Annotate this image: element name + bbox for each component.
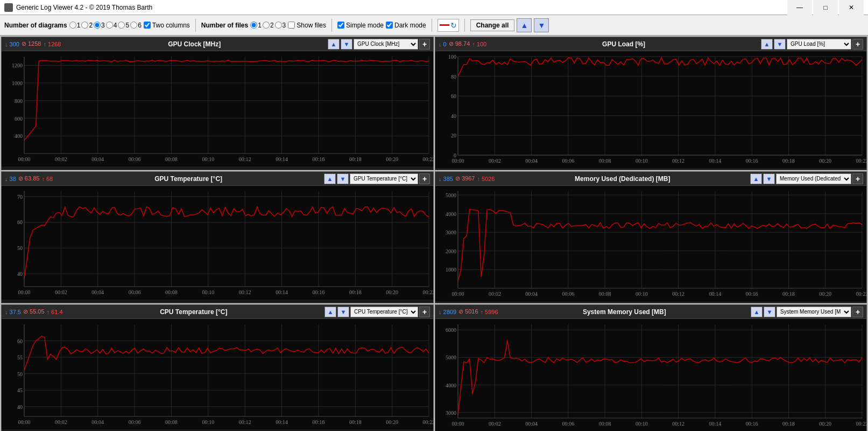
chart-header-cpu-temp: ↓ 37.5 ⊘ 55.05 ↑ 61.4 CPU Temperature [°… [2,305,433,319]
chart-up-btn-gpu-clock[interactable]: ▲ [328,39,340,50]
chart-title-gpu-clock: GPU Clock [MHz] [63,40,326,48]
stat-max-gpu-load: ↑ 100 [472,41,486,47]
chart-header-mem-used: ↓ 385 ⊘ 3967 ↑ 5026 Memory Used (Dedicat… [435,172,866,186]
diagram-1[interactable]: 1 [69,22,81,29]
change-all-button[interactable]: Change all [470,19,515,31]
title-bar: Generic Log Viewer 4.2 - © 2019 Thomas B… [0,0,868,15]
chart-controls-gpu-clock: ▲ ▼ GPU Clock [MHz] + [328,39,430,50]
dark-mode-check[interactable]: Dark mode [386,22,426,29]
arrow-down-button[interactable]: ▼ [534,18,549,32]
chart-up-btn-gpu-load[interactable]: ▲ [761,39,773,50]
two-columns-check[interactable]: Two columns [144,22,190,29]
chart-panel-cpu-temp: ↓ 37.5 ⊘ 55.05 ↑ 61.4 CPU Temperature [°… [1,304,434,431]
file-2[interactable]: 2 [263,22,274,29]
chart-add-btn-gpu-clock[interactable]: + [419,39,430,50]
stat-avg-mem-used: ⊘ 3967 [455,175,475,182]
num-files-label: Number of files [201,22,248,29]
stat-min-sys-mem: ↓ 2809 [439,309,456,315]
chart-add-btn-gpu-load[interactable]: + [852,39,863,50]
chart-up-btn-mem-used[interactable]: ▲ [750,173,762,184]
file-3[interactable]: 3 [275,22,286,29]
show-files-check[interactable]: Show files [288,22,326,29]
chart-title-sys-mem: System Memory Used [MB] [500,308,749,316]
stat-avg-gpu-load: ⊘ 98.74 [449,40,470,47]
chart-body-gpu-clock [2,51,433,170]
chart-select-gpu-clock[interactable]: GPU Clock [MHz] [354,39,418,50]
chart-down-btn-cpu-temp[interactable]: ▼ [337,307,349,317]
chart-select-mem-used[interactable]: Memory Used (Dedicated [776,173,851,184]
title-bar-left: Generic Log Viewer 4.2 - © 2019 Thomas B… [4,3,152,12]
app-title: Generic Log Viewer 4.2 - © 2019 Thomas B… [16,4,152,11]
simple-mode-check[interactable]: Simple mode [337,22,384,29]
file-count-group: 1 2 3 [250,22,286,29]
chart-add-btn-cpu-temp[interactable]: + [419,307,430,317]
chart-up-btn-gpu-temp[interactable]: ▲ [324,173,336,184]
chart-canvas-mem-used [435,186,866,301]
chart-controls-mem-used: ▲ ▼ Memory Used (Dedicated + [750,173,863,184]
chart-select-gpu-load[interactable]: GPU Load [%] [787,39,851,50]
chart-header-gpu-load: ↓ 0 ⊘ 98.74 ↑ 100 GPU Load [%] ▲ ▼ GPU L… [435,37,866,51]
chart-select-sys-mem[interactable]: System Memory Used [M [777,307,851,317]
file-1[interactable]: 1 [250,22,262,29]
chart-down-btn-gpu-temp[interactable]: ▼ [337,173,349,184]
num-diagrams-label: Number of diagrams [4,22,67,29]
diagram-4[interactable]: 4 [106,22,117,29]
chart-select-cpu-temp[interactable]: CPU Temperature [°C] [350,307,418,317]
chart-title-mem-used: Memory Used (Dedicated) [MB] [497,175,748,183]
chart-up-btn-sys-mem[interactable]: ▲ [751,307,763,317]
chart-header-gpu-temp: ↓ 38 ⊘ 63.85 ↑ 68 GPU Temperature [°C] ▲… [2,172,433,186]
minimize-button[interactable]: — [787,0,812,15]
diagram-2[interactable]: 2 [81,22,93,29]
chart-title-gpu-load: GPU Load [%] [489,40,759,48]
sep4 [464,19,465,32]
chart-add-btn-sys-mem[interactable]: + [852,307,863,317]
chart-select-gpu-temp[interactable]: GPU Temperature [°C] [350,173,418,184]
chart-up-btn-cpu-temp[interactable]: ▲ [324,307,336,317]
main-content: ↓ 300 ⊘ 1258 ↑ 1268 GPU Clock [MHz] ▲ ▼ … [0,36,868,431]
stat-max-mem-used: ↑ 5026 [477,176,495,182]
chart-add-btn-gpu-temp[interactable]: + [419,173,430,184]
chart-title-gpu-temp: GPU Temperature [°C] [55,175,322,183]
stat-min-gpu-load: ↓ 0 [439,41,447,47]
chart-body-mem-used [435,186,866,303]
stat-avg-gpu-clock: ⊘ 1258 [22,40,41,47]
stat-min-gpu-temp: ↓ 38 [5,176,16,182]
diagram-3[interactable]: 3 [94,22,105,29]
stat-max-sys-mem: ↑ 5996 [481,309,498,315]
chart-body-gpu-load [435,51,866,170]
stat-min-gpu-clock: ↓ 300 [5,41,19,47]
diagram-5[interactable]: 5 [118,22,129,29]
chart-canvas-gpu-clock [2,51,433,166]
red-line-icon [440,24,449,26]
show-files-label: Show files [297,22,326,29]
chart-title-cpu-temp: CPU Temperature [°C] [65,308,322,316]
chart-body-sys-mem [435,319,866,431]
chart-down-btn-gpu-load[interactable]: ▼ [774,39,786,50]
color-line-preview: ↻ [437,19,459,32]
stat-max-gpu-clock: ↑ 1268 [43,41,61,47]
chart-panel-gpu-clock: ↓ 300 ⊘ 1258 ↑ 1268 GPU Clock [MHz] ▲ ▼ … [1,37,434,170]
sep2 [331,19,332,32]
window-controls: — □ ✕ [787,0,864,15]
chart-controls-cpu-temp: ▲ ▼ CPU Temperature [°C] + [324,307,430,317]
refresh-icon: ↻ [450,21,457,30]
chart-panel-gpu-temp: ↓ 38 ⊘ 63.85 ↑ 68 GPU Temperature [°C] ▲… [1,171,434,303]
app-icon [4,3,13,12]
stat-avg-cpu-temp: ⊘ 55.05 [23,308,45,315]
maximize-button[interactable]: □ [813,0,838,15]
chart-down-btn-mem-used[interactable]: ▼ [763,173,775,184]
chart-add-btn-mem-used[interactable]: + [852,173,863,184]
stat-avg-gpu-temp: ⊘ 63.85 [18,175,40,182]
chart-canvas-gpu-temp [2,186,433,300]
arrow-up-button[interactable]: ▲ [517,18,532,32]
chart-down-btn-sys-mem[interactable]: ▼ [764,307,775,317]
simple-mode-label: Simple mode [346,22,384,29]
toolbar: Number of diagrams 1 2 3 4 5 6 Two colum… [0,15,868,36]
stat-max-cpu-temp: ↑ 61.4 [47,309,63,315]
stat-min-cpu-temp: ↓ 37.5 [5,309,21,315]
close-button[interactable]: ✕ [839,0,864,15]
chart-canvas-cpu-temp [2,319,433,429]
chart-down-btn-gpu-clock[interactable]: ▼ [341,39,352,50]
stat-max-gpu-temp: ↑ 68 [41,176,53,182]
diagram-6[interactable]: 6 [130,22,142,29]
